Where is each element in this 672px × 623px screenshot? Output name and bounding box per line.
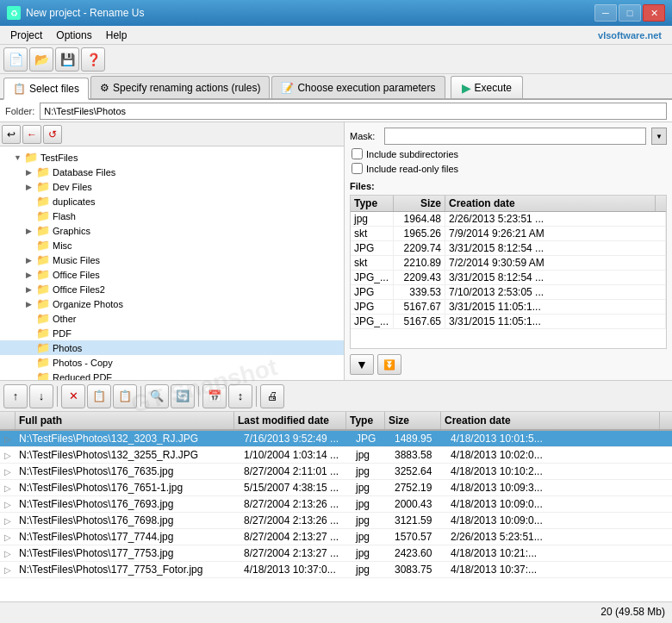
list-item[interactable]: ▷ N:\TestFiles\Photos\176_7693.jpg 8/27/… [0, 496, 672, 513]
folder-input[interactable] [40, 103, 667, 120]
list-item[interactable]: ▷ N:\TestFiles\Photos\177_7753_Fotor.jpg… [0, 562, 672, 578]
tree-item-duplicates[interactable]: 📁 duplicates [0, 194, 344, 209]
tree-item-office-files[interactable]: ▶ 📁 Office Files [0, 267, 344, 282]
maximize-button[interactable]: □ [619, 4, 641, 22]
move-down-button[interactable]: ▼ [350, 354, 374, 375]
files-row[interactable]: skt 1965.26 7/9/2014 9:26:21 AM [351, 227, 666, 241]
list-item[interactable]: ▷ N:\TestFiles\Photos\132_3255_RJ.JPG 1/… [0, 447, 672, 464]
file-modified: 5/15/2007 4:38:15 ... [240, 482, 352, 494]
folder-icon: 📁 [36, 356, 50, 369]
tree-up-button[interactable]: ← [22, 125, 41, 144]
files-header: Type Size Creation date [351, 196, 666, 212]
file-size: 2000.43 [391, 498, 447, 510]
help-button[interactable]: ❓ [81, 47, 105, 72]
files-body: jpg 1964.48 2/26/2013 5:23:51 ... skt 19… [351, 212, 666, 348]
tab-specify-renaming[interactable]: ⚙ Specify renaming actions (rules) [90, 76, 270, 98]
files-row[interactable]: JPG_... 5167.65 3/31/2015 11:05:1... [351, 315, 666, 329]
move-up-btn[interactable]: ↑ [3, 384, 28, 408]
file-fullpath: N:\TestFiles\Photos\177_7744.jpg [16, 531, 240, 543]
files-row[interactable]: jpg 1964.48 2/26/2013 5:23:51 ... [351, 212, 666, 227]
file-icon: ▷ [0, 451, 16, 460]
sort-btn[interactable]: ↕ [228, 384, 252, 408]
move-end-button[interactable]: ⏬ [377, 354, 401, 375]
files-header-date[interactable]: Creation date [445, 196, 656, 211]
file-date: 7/2/2014 9:30:59 AM [445, 256, 666, 270]
branding: vlsoftware.net [598, 30, 669, 40]
file-type: jpg [352, 547, 391, 559]
folder-icon: 📁 [36, 312, 50, 325]
files-header-size[interactable]: Size [394, 196, 445, 211]
date-btn[interactable]: 📅 [202, 384, 227, 408]
tab-select-files[interactable]: 📋 Select files [3, 78, 89, 100]
tab-choose-execution[interactable]: 📝 Choose execution parameters [271, 76, 445, 98]
tree-item-other[interactable]: 📁 Other [0, 311, 344, 326]
save-button[interactable]: 💾 [55, 47, 79, 72]
mask-dropdown[interactable]: ▼ [651, 128, 667, 145]
menu-project[interactable]: Project [3, 28, 49, 43]
header-type[interactable]: Type [346, 412, 385, 429]
expand-icon: ▶ [26, 256, 36, 265]
list-item[interactable]: ▷ N:\TestFiles\Photos\177_7744.jpg 8/27/… [0, 529, 672, 545]
tree-item-misc[interactable]: 📁 Misc [0, 238, 344, 252]
specify-renaming-icon: ⚙ [100, 82, 109, 94]
expand-icon: ▶ [26, 300, 36, 308]
tree-back-button[interactable]: ↩ [2, 125, 21, 144]
tree-item-office-files2[interactable]: ▶ 📁 Office Files2 [0, 282, 344, 296]
tree-item-photos-copy[interactable]: 📁 Photos - Copy [0, 355, 344, 370]
execute-button[interactable]: ▶ Execute [451, 76, 523, 98]
tree-item-pdf[interactable]: 📁 PDF [0, 326, 344, 340]
header-fullpath[interactable]: Full path [16, 412, 234, 429]
file-icon: ▷ [0, 467, 16, 477]
files-row[interactable]: skt 2210.89 7/2/2014 9:30:59 AM [351, 256, 666, 271]
tree-item-testfiles[interactable]: ▼ 📁 TestFiles [0, 150, 344, 165]
files-row[interactable]: JPG 339.53 7/10/2013 2:53:05 ... [351, 285, 666, 300]
tree-item-graphics[interactable]: ▶ 📁 Graphics [0, 223, 344, 238]
files-row[interactable]: JPG 2209.74 3/31/2015 8:12:54 ... [351, 241, 666, 256]
right-panel: Mask: ▼ Include subdirectories Include r… [345, 122, 672, 380]
header-creation[interactable]: Creation date [441, 412, 660, 429]
file-size: 5167.67 [394, 300, 445, 314]
list-item[interactable]: ▷ N:\TestFiles\Photos\132_3203_RJ.JPG 7/… [0, 431, 672, 447]
list-item[interactable]: ▷ N:\TestFiles\Photos\176_7635.jpg 8/27/… [0, 464, 672, 480]
folder-icon: 📁 [24, 151, 38, 164]
refresh-btn[interactable]: 🔄 [171, 384, 195, 408]
files-row[interactable]: JPG 5167.67 3/31/2015 11:05:1... [351, 300, 666, 315]
tree-item-database-files[interactable]: ▶ 📁 Database Files [0, 165, 344, 179]
tree-refresh-button[interactable]: ↺ [43, 125, 62, 144]
paste-btn[interactable]: 📋 [113, 384, 137, 408]
header-modified[interactable]: Last modified date [234, 412, 346, 429]
menu-help[interactable]: Help [99, 28, 134, 43]
execute-label: Execute [475, 82, 512, 94]
header-size[interactable]: Size [385, 412, 441, 429]
remove-btn[interactable]: ✕ [61, 384, 85, 408]
file-icon: ▷ [0, 516, 16, 526]
file-icon: ▷ [0, 533, 16, 542]
list-item[interactable]: ▷ N:\TestFiles\Photos\176_7651-1.jpg 5/1… [0, 480, 672, 496]
include-readonly-checkbox[interactable] [352, 163, 363, 174]
list-item[interactable]: ▷ N:\TestFiles\Photos\176_7698.jpg 8/27/… [0, 513, 672, 529]
copy-btn[interactable]: 📋 [87, 384, 111, 408]
tree-item-organize-photos[interactable]: ▶ 📁 Organize Photos [0, 296, 344, 311]
open-button[interactable]: 📂 [29, 47, 53, 72]
tree-item-reduced-pdf[interactable]: 📁 Reduced PDF [0, 370, 344, 380]
move-down-btn[interactable]: ↓ [29, 384, 53, 408]
mask-input[interactable] [384, 128, 646, 145]
file-size: 3883.58 [391, 449, 447, 461]
files-row[interactable]: JPG_... 2209.43 3/31/2015 8:12:54 ... [351, 271, 666, 285]
tree-item-photos[interactable]: 📁 Photos [0, 340, 344, 355]
find-btn[interactable]: 🔍 [145, 384, 169, 408]
expand-icon: ▶ [26, 271, 36, 279]
minimize-button[interactable]: ─ [594, 4, 617, 22]
tree-content: ▼ 📁 TestFiles ▶ 📁 Database Files ▶ 📁 Dev… [0, 146, 344, 380]
close-button[interactable]: ✕ [643, 4, 665, 22]
tree-item-music-files[interactable]: ▶ 📁 Music Files [0, 252, 344, 267]
list-item[interactable]: ▷ N:\TestFiles\Photos\177_7753.jpg 8/27/… [0, 545, 672, 562]
tree-item-dev-files[interactable]: ▶ 📁 Dev Files [0, 179, 344, 194]
include-subdirs-checkbox[interactable] [352, 148, 363, 159]
files-header-type[interactable]: Type [351, 196, 394, 211]
print-btn[interactable]: 🖨 [260, 384, 284, 408]
tree-item-flash[interactable]: 📁 Flash [0, 209, 344, 223]
folder-icon: 📁 [36, 180, 50, 193]
new-button[interactable]: 📄 [3, 47, 28, 72]
menu-options[interactable]: Options [49, 28, 98, 43]
